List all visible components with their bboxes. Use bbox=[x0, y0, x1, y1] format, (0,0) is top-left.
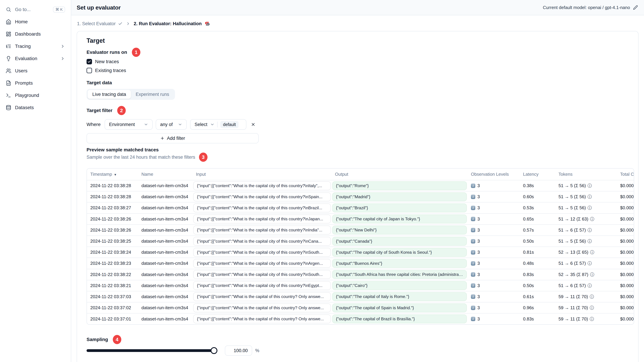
table-row[interactable]: 2024-11-22 03:38:24 dataset-run-item-cm3… bbox=[87, 247, 634, 258]
timestamp-cell: 2024-11-22 03:38:26 bbox=[87, 214, 138, 225]
tab-live-tracing-data[interactable]: Live tracing data bbox=[88, 90, 131, 99]
filter-value-chip: default bbox=[220, 121, 238, 128]
col-header-input[interactable]: Input bbox=[192, 169, 332, 180]
info-circle-icon: ⓘ bbox=[588, 283, 592, 288]
edit-pencil-icon[interactable] bbox=[633, 5, 638, 10]
table-row[interactable]: 2024-11-22 03:38:26 dataset-run-item-cm3… bbox=[87, 214, 634, 225]
name-cell: dataset-run-item-cm3s4 bbox=[138, 302, 192, 313]
output-preview[interactable]: {"output":"The capital of Italy is Rome.… bbox=[332, 292, 467, 301]
input-cell: {"input":[{"content":"What is the capita… bbox=[192, 302, 332, 313]
input-preview[interactable]: {"input":[{"content":"What is the capita… bbox=[193, 304, 331, 312]
sidebar-item-datasets[interactable]: Datasets bbox=[3, 101, 68, 114]
checkbox-checked[interactable] bbox=[86, 59, 92, 64]
input-preview[interactable]: {"input":[{"content":"What is the capita… bbox=[193, 203, 331, 212]
table-row[interactable]: 2024-11-22 03:38:27 dataset-run-item-cm3… bbox=[87, 202, 634, 213]
table-row[interactable]: 2024-11-22 03:38:23 dataset-run-item-cm3… bbox=[87, 258, 634, 269]
table-row[interactable]: 2024-11-22 03:38:22 dataset-run-item-cm3… bbox=[87, 269, 634, 280]
sampling-percent-input[interactable]: 100.00 bbox=[225, 346, 252, 356]
col-header-total-cost[interactable]: Total Cost bbox=[617, 169, 634, 180]
input-preview[interactable]: {"input":[{"content":"What is the capita… bbox=[193, 248, 331, 257]
col-header-output[interactable]: Output bbox=[332, 169, 468, 180]
info-square-icon: i bbox=[471, 317, 475, 321]
info-square-icon: i bbox=[471, 184, 475, 188]
tab-experiment-runs[interactable]: Experiment runs bbox=[131, 90, 174, 99]
cost-cell: $0.000011 ( bbox=[617, 191, 634, 202]
col-header-tokens[interactable]: Tokens bbox=[555, 169, 617, 180]
checkbox-existing-traces[interactable]: Existing traces bbox=[86, 66, 634, 75]
input-preview[interactable]: {"input":[{"content":"What is the capita… bbox=[193, 226, 331, 235]
output-preview[interactable]: {"output":"The capital of Brazil is Bras… bbox=[332, 315, 467, 323]
table-row[interactable]: 2024-11-22 03:38:25 dataset-run-item-cm3… bbox=[87, 236, 634, 247]
input-preview[interactable]: {"input":[{"content":"What is the capita… bbox=[193, 281, 331, 290]
tokens-cell: 59 → 11 (Σ 70)ⓘ bbox=[555, 291, 617, 302]
table-row[interactable]: 2024-11-22 03:38:21 dataset-run-item-cm3… bbox=[87, 280, 634, 291]
output-preview[interactable]: {"output":"Brazil"} bbox=[332, 203, 467, 212]
breadcrumb: 1. Select Evaluator 2. Run Evaluator: Ha… bbox=[71, 15, 644, 31]
timestamp-cell: 2024-11-22 03:38:28 bbox=[87, 191, 138, 202]
breadcrumb-step2-label: 2. Run Evaluator: Hallucination bbox=[134, 21, 202, 26]
target-filter-label-row: Target filter 2 bbox=[86, 106, 634, 115]
table-row[interactable]: 2024-11-22 03:38:28 dataset-run-item-cm3… bbox=[87, 180, 634, 191]
table-row[interactable]: 2024-11-22 03:37:02 dataset-run-item-cm3… bbox=[87, 302, 634, 313]
input-preview[interactable]: {"input":[{"content":"What is the capita… bbox=[193, 259, 331, 268]
input-preview[interactable]: {"input":[{"content":"What is the capita… bbox=[193, 192, 331, 201]
output-preview[interactable]: {"output":"The capital of Spain is Madri… bbox=[332, 304, 467, 312]
checkbox-unchecked[interactable] bbox=[86, 68, 92, 73]
latency-cell: 0.65s bbox=[520, 214, 555, 225]
knot-icon bbox=[204, 21, 210, 26]
input-preview[interactable]: {"input":[{"content":"What is the capita… bbox=[193, 237, 331, 246]
info-circle-icon: ⓘ bbox=[588, 261, 592, 266]
table-row[interactable]: 2024-11-22 03:37:03 dataset-run-item-cm3… bbox=[87, 291, 634, 302]
input-preview[interactable]: {"input":[{"content":"What is the capita… bbox=[193, 215, 331, 223]
output-preview[interactable]: {"output":"Buenos Aires"} bbox=[332, 259, 467, 268]
table-row[interactable]: 2024-11-22 03:38:26 dataset-run-item-cm3… bbox=[87, 225, 634, 236]
chevron-right-icon bbox=[126, 21, 130, 26]
sidebar-item-dashboards[interactable]: Dashboards bbox=[3, 28, 68, 40]
col-header-name[interactable]: Name bbox=[138, 169, 192, 180]
info-square-icon: i bbox=[471, 283, 475, 288]
output-preview[interactable]: {"output":"South Africa has three capita… bbox=[332, 270, 467, 279]
output-cell: {"output":"The capital of Spain is Madri… bbox=[332, 302, 468, 313]
timestamp-cell: 2024-11-22 03:37:02 bbox=[87, 302, 138, 313]
sidebar-item-playground[interactable]: Playground bbox=[3, 89, 68, 101]
table-row[interactable]: 2024-11-22 03:38:28 dataset-run-item-cm3… bbox=[87, 191, 634, 202]
output-preview[interactable]: {"output":"Cairo"} bbox=[332, 281, 467, 290]
input-preview[interactable]: {"input":[{"content":"What is the capita… bbox=[193, 292, 331, 301]
filter-column-select[interactable]: Environment bbox=[104, 119, 153, 130]
input-preview[interactable]: {"input":[{"content":"What is the capita… bbox=[193, 181, 331, 190]
col-header-latency[interactable]: Latency bbox=[520, 169, 555, 180]
sidebar-item-tracing[interactable]: Tracing bbox=[3, 40, 68, 52]
info-circle-icon: ⓘ bbox=[590, 317, 594, 321]
filter-operator-select[interactable]: any of bbox=[156, 119, 187, 130]
cost-cell: $0.000016 bbox=[617, 247, 634, 258]
filter-value-select[interactable]: Select default bbox=[190, 119, 246, 130]
output-preview[interactable]: {"output":"The capital city of South Kor… bbox=[332, 248, 467, 257]
sidebar-item-users[interactable]: Users bbox=[3, 65, 68, 77]
output-preview[interactable]: {"output":"New Delhi"} bbox=[332, 226, 467, 235]
filter-row: Where Environment any of Select bbox=[86, 119, 258, 130]
sidebar-item-home[interactable]: Home bbox=[3, 16, 68, 28]
goto-search[interactable]: Go to... ⌘ K bbox=[3, 3, 68, 16]
sidebar-item-evaluation[interactable]: Evaluation bbox=[3, 52, 68, 65]
input-preview[interactable]: {"input":[{"content":"What is the capita… bbox=[193, 315, 331, 323]
col-header-observation-levels[interactable]: Observation Levels bbox=[468, 169, 520, 180]
input-preview[interactable]: {"input":[{"content":"What is the capita… bbox=[193, 270, 331, 279]
sampling-slider[interactable] bbox=[86, 347, 217, 354]
sidebar-item-label: Home bbox=[15, 19, 65, 24]
output-preview[interactable]: {"output":"Canada"} bbox=[332, 237, 467, 246]
output-preview[interactable]: {"output":"Rome"} bbox=[332, 181, 467, 190]
slider-thumb[interactable] bbox=[210, 347, 218, 354]
runs-on-label-row: Evaluator runs on 1 bbox=[86, 48, 634, 57]
tokens-cell: 51 → 5 (Σ 56)ⓘ bbox=[555, 236, 617, 247]
breadcrumb-step1[interactable]: 1. Select Evaluator bbox=[77, 21, 122, 26]
add-filter-button[interactable]: Add filter bbox=[86, 133, 258, 143]
remove-filter-button[interactable] bbox=[251, 122, 256, 127]
checkbox-new-traces[interactable]: New traces bbox=[86, 57, 634, 66]
output-preview[interactable]: {"output":"The capital city of Japan is … bbox=[332, 215, 467, 223]
sidebar-item-label: Playground bbox=[15, 93, 65, 98]
output-preview[interactable]: {"output":"Madrid"} bbox=[332, 192, 467, 201]
col-header-timestamp[interactable]: Timestamp▼ bbox=[87, 169, 138, 180]
info-circle-icon: ⓘ bbox=[588, 205, 592, 210]
sidebar-item-prompts[interactable]: Prompts bbox=[3, 77, 68, 89]
table-row[interactable]: 2024-11-22 03:37:01 dataset-run-item-cm3… bbox=[87, 313, 634, 324]
